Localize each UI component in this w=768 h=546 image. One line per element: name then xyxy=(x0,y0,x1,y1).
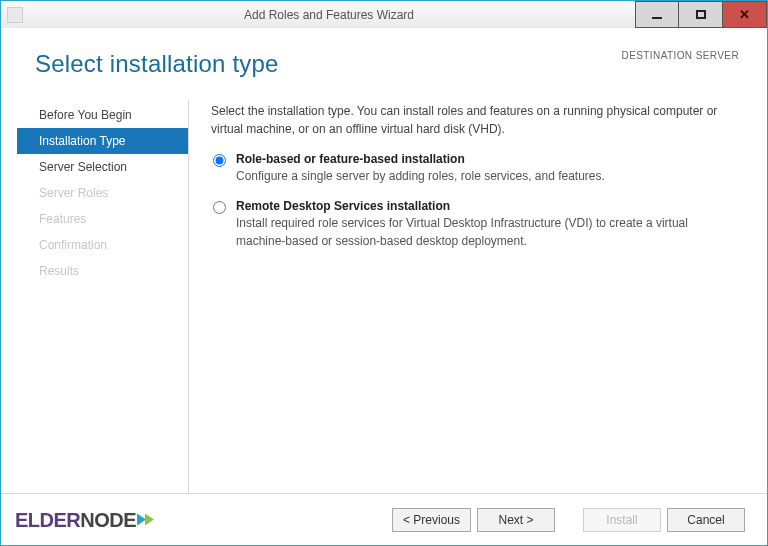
title-bar: Add Roles and Features Wizard ✕ xyxy=(1,1,767,29)
page-title: Select installation type xyxy=(35,50,279,78)
close-button[interactable]: ✕ xyxy=(723,1,767,28)
intro-text: Select the installation type. You can in… xyxy=(211,102,739,138)
nav-confirmation: Confirmation xyxy=(17,232,188,258)
system-menu-icon[interactable] xyxy=(7,7,23,23)
option-remote-desktop[interactable]: Remote Desktop Services installation Ins… xyxy=(211,199,739,250)
nav-features: Features xyxy=(17,206,188,232)
previous-button[interactable]: < Previous xyxy=(392,508,471,532)
main-panel: Select the installation type. You can in… xyxy=(189,100,739,493)
step-nav: Before You Begin Installation Type Serve… xyxy=(17,100,189,493)
close-icon: ✕ xyxy=(739,7,750,22)
option-role-based[interactable]: Role-based or feature-based installation… xyxy=(211,152,739,185)
watermark-accent-icon xyxy=(138,514,154,526)
nav-installation-type[interactable]: Installation Type xyxy=(17,128,188,154)
radio-role-based[interactable] xyxy=(213,154,226,167)
option-remote-desktop-desc: Install required role services for Virtu… xyxy=(236,215,739,250)
minimize-icon xyxy=(652,17,662,19)
option-role-based-title: Role-based or feature-based installation xyxy=(236,152,739,166)
destination-server-name xyxy=(622,63,739,74)
maximize-button[interactable] xyxy=(679,1,723,28)
radio-remote-desktop[interactable] xyxy=(213,201,226,214)
install-button: Install xyxy=(583,508,661,532)
window-controls: ✕ xyxy=(635,1,767,28)
destination-label: DESTINATION SERVER xyxy=(622,50,739,61)
nav-server-selection[interactable]: Server Selection xyxy=(17,154,188,180)
window-title: Add Roles and Features Wizard xyxy=(23,8,635,22)
option-remote-desktop-title: Remote Desktop Services installation xyxy=(236,199,739,213)
option-role-based-desc: Configure a single server by adding role… xyxy=(236,168,739,185)
watermark-text-b: NODE xyxy=(80,508,136,531)
next-button[interactable]: Next > xyxy=(477,508,555,532)
minimize-button[interactable] xyxy=(635,1,679,28)
nav-before-you-begin[interactable]: Before You Begin xyxy=(17,102,188,128)
maximize-icon xyxy=(696,10,706,19)
cancel-button[interactable]: Cancel xyxy=(667,508,745,532)
watermark-text-a: ELDER xyxy=(15,508,80,531)
wizard-header: Select installation type DESTINATION SER… xyxy=(1,28,767,92)
nav-server-roles: Server Roles xyxy=(17,180,188,206)
wizard-footer: ELDERNODE < Previous Next > Install Canc… xyxy=(1,493,767,545)
eldernode-watermark: ELDERNODE xyxy=(15,508,154,531)
destination-server-block: DESTINATION SERVER xyxy=(622,50,739,74)
nav-results: Results xyxy=(17,258,188,284)
wizard-body: Before You Begin Installation Type Serve… xyxy=(1,92,767,493)
wizard-content: Select installation type DESTINATION SER… xyxy=(1,28,767,545)
